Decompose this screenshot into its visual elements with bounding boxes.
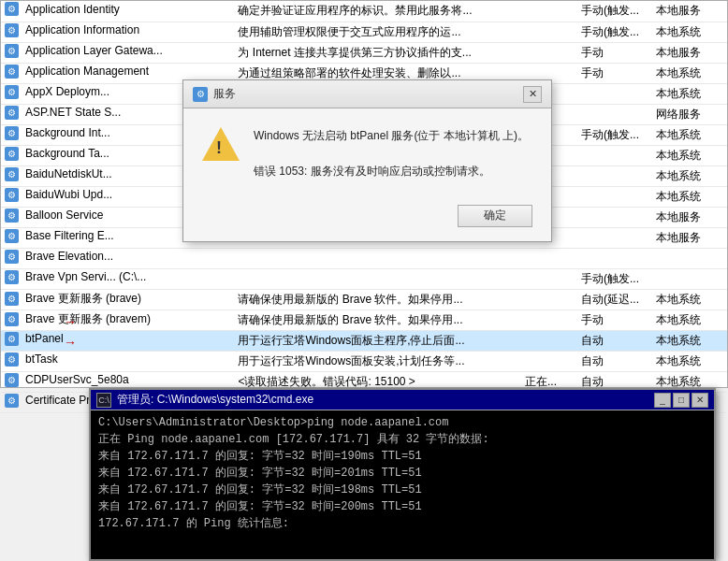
- service-icon: ⚙: [5, 394, 19, 408]
- table-row[interactable]: ⚙Application Information使用辅助管理权限便于交互式应用程…: [1, 22, 727, 42]
- cmd-minimize-button[interactable]: _: [654, 393, 671, 408]
- cmd-line: 来自 172.67.171.7 的回复: 字节=32 时间=201ms TTL=…: [98, 465, 706, 482]
- service-logon: 本地服务: [652, 42, 727, 63]
- service-name: Application Identity: [25, 3, 120, 16]
- service-startup: 手动(触发...: [577, 268, 652, 289]
- service-icon: ⚙: [5, 126, 19, 140]
- service-name: Application Information: [25, 23, 139, 36]
- service-icon: ⚙: [5, 65, 19, 79]
- service-name-cell: ⚙BaiduNetdiskUt...: [1, 166, 197, 182]
- service-startup: [577, 104, 652, 124]
- service-desc: 用于运行宝塔Windows面板主程序,停止后面...: [234, 330, 521, 351]
- service-startup: [577, 186, 652, 207]
- service-name: Brave 更新服务 (bravem): [25, 311, 151, 327]
- service-name-cell: ⚙AppX Deploym...: [1, 84, 197, 100]
- dialog-message-line1: Windows 无法启动 btPanel 服务(位于 本地计算机 上)。: [254, 127, 532, 145]
- warning-icon: [202, 127, 240, 165]
- cmd-line: 来自 172.67.171.7 的回复: 字节=32 时间=198ms TTL=…: [98, 482, 706, 498]
- table-row[interactable]: ⚙btTask用于运行宝塔Windows面板安装,计划任务等...自动本地系统: [1, 351, 727, 371]
- service-status: [521, 42, 577, 63]
- dialog-close-button[interactable]: ✕: [523, 86, 542, 103]
- service-name-cell: ⚙Brave 更新服务 (bravem): [1, 310, 197, 328]
- service-icon: ⚙: [5, 270, 19, 284]
- table-row[interactable]: ⚙Brave Elevation...: [1, 248, 727, 268]
- service-icon: ⚙: [5, 209, 19, 223]
- service-icon: ⚙: [5, 229, 19, 243]
- service-startup: [577, 165, 652, 186]
- service-icon: ⚙: [5, 147, 19, 161]
- service-logon: 本地服务: [652, 1, 727, 22]
- table-row[interactable]: ⚙Application Layer Gatewa...为 Internet 连…: [1, 42, 727, 63]
- table-row[interactable]: ⚙Brave Vpn Servi... (C:\...手动(触发...: [1, 268, 727, 289]
- service-name-cell: ⚙Background Int...: [1, 125, 197, 141]
- cmd-line: C:\Users\Administrator\Desktop>ping node…: [98, 414, 706, 431]
- service-logon: 本地系统: [652, 309, 727, 330]
- dialog-icon: ⚙: [193, 87, 208, 102]
- service-icon: ⚙: [5, 352, 19, 367]
- service-desc: 请确保使用最新版的 Brave 软件。如果停用...: [234, 309, 521, 330]
- service-logon: 本地系统: [652, 22, 727, 42]
- service-logon: 本地系统: [652, 83, 727, 104]
- cmd-controls: _ □ ✕: [654, 393, 708, 408]
- table-row[interactable]: ⚙Brave 更新服务 (brave)请确保使用最新版的 Brave 软件。如果…: [1, 289, 727, 309]
- cmd-titlebar: C:\ 管理员: C:\Windows\system32\cmd.exe _ □…: [91, 390, 714, 410]
- service-name-cell: ⚙BaiduWubi Upd...: [1, 187, 197, 203]
- service-icon: ⚙: [5, 44, 19, 58]
- service-desc: [234, 268, 521, 289]
- dialog-message: Windows 无法启动 btPanel 服务(位于 本地计算机 上)。 错误 …: [254, 127, 532, 181]
- service-name-cell: ⚙btPanel: [1, 331, 197, 347]
- service-logon: [652, 248, 727, 268]
- service-startup: [577, 248, 652, 268]
- service-status: [521, 1, 577, 22]
- service-desc: 用于运行宝塔Windows面板安装,计划任务等...: [234, 351, 521, 371]
- service-name-cell: ⚙Application Information: [1, 22, 197, 38]
- cmd-line: 来自 172.67.171.7 的回复: 字节=32 时间=200ms TTL=…: [98, 498, 706, 515]
- cmd-titlebar-left: C:\ 管理员: C:\Windows\system32\cmd.exe: [96, 392, 313, 408]
- service-name: Balloon Service: [25, 209, 103, 222]
- cmd-line: 172.67.171.7 的 Ping 统计信息:: [98, 515, 706, 532]
- service-icon: ⚙: [5, 85, 19, 99]
- service-name-cell: ⚙CDPUserSvc_5e80a: [1, 372, 197, 388]
- cmd-window: C:\ 管理员: C:\Windows\system32\cmd.exe _ □…: [89, 388, 716, 561]
- service-name: ASP.NET State S...: [25, 106, 121, 119]
- service-status: [521, 289, 577, 309]
- cmd-icon: C:\: [96, 393, 111, 408]
- table-row[interactable]: ⚙Brave 更新服务 (bravem)请确保使用最新版的 Brave 软件。如…: [1, 309, 727, 330]
- service-name: Brave Elevation...: [25, 250, 113, 263]
- service-logon: 本地服务: [652, 227, 727, 248]
- service-status: [521, 330, 577, 351]
- service-icon: ⚙: [5, 2, 19, 16]
- service-icon: ⚙: [5, 250, 19, 264]
- service-desc: 请确保使用最新版的 Brave 软件。如果停用...: [234, 289, 521, 309]
- service-name-cell: ⚙btTask: [1, 352, 197, 367]
- cmd-close-button[interactable]: ✕: [692, 393, 708, 408]
- service-status: [521, 22, 577, 42]
- service-logon: 本地系统: [652, 330, 727, 351]
- service-startup: 手动(触发...: [577, 124, 652, 145]
- service-icon: ⚙: [5, 312, 19, 326]
- service-status: [521, 268, 577, 289]
- service-name-cell: ⚙ASP.NET State S...: [1, 105, 197, 121]
- service-status: [521, 351, 577, 371]
- cmd-line: 正在 Ping node.aapanel.com [172.67.171.7] …: [98, 431, 706, 448]
- table-row[interactable]: ⚙Application Identity确定并验证证应用程序的标识。禁用此服务…: [1, 1, 727, 22]
- service-desc: [234, 248, 521, 268]
- service-startup: 手动: [577, 63, 652, 83]
- service-startup: [577, 83, 652, 104]
- cmd-body: C:\Users\Administrator\Desktop>ping node…: [91, 410, 714, 559]
- service-startup: 手动(触发...: [577, 22, 652, 42]
- service-startup: [577, 227, 652, 248]
- service-startup: [577, 145, 652, 165]
- service-name-cell: ⚙Balloon Service: [1, 208, 197, 223]
- cmd-restore-button[interactable]: □: [673, 393, 690, 408]
- service-logon: 本地系统: [652, 289, 727, 309]
- ok-button[interactable]: 确定: [458, 205, 532, 227]
- table-row[interactable]: ⚙btPanel用于运行宝塔Windows面板主程序,停止后面...自动本地系统: [1, 330, 727, 351]
- service-name: BaiduWubi Upd...: [25, 188, 112, 201]
- service-startup: 手动: [577, 309, 652, 330]
- service-logon: 本地系统: [652, 145, 727, 165]
- service-icon: ⚙: [5, 292, 19, 306]
- service-icon: ⚙: [5, 373, 19, 387]
- service-name-cell: ⚙Application Layer Gatewa...: [1, 43, 197, 59]
- cmd-title: 管理员: C:\Windows\system32\cmd.exe: [117, 392, 313, 408]
